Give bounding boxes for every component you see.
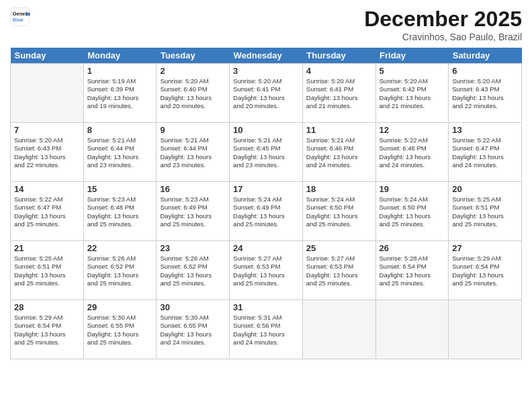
calendar-cell: 5Sunrise: 5:20 AM Sunset: 6:42 PM Daylig… xyxy=(375,64,449,123)
day-number: 7 xyxy=(14,125,80,135)
day-number: 31 xyxy=(233,302,299,312)
day-info: Sunrise: 5:31 AM Sunset: 6:56 PM Dayligh… xyxy=(233,314,299,347)
day-number: 24 xyxy=(233,243,299,253)
day-number: 18 xyxy=(306,184,372,194)
calendar-cell: 27Sunrise: 5:29 AM Sunset: 6:54 PM Dayli… xyxy=(449,241,522,300)
logo: General Blue xyxy=(10,7,30,27)
weekday-header-thursday: Thursday xyxy=(302,48,375,64)
calendar-cell: 18Sunrise: 5:24 AM Sunset: 6:50 PM Dayli… xyxy=(302,182,375,241)
calendar-cell: 31Sunrise: 5:31 AM Sunset: 6:56 PM Dayli… xyxy=(230,300,303,359)
day-info: Sunrise: 5:24 AM Sunset: 6:50 PM Dayligh… xyxy=(306,195,372,228)
calendar-cell: 15Sunrise: 5:23 AM Sunset: 6:48 PM Dayli… xyxy=(83,182,157,241)
calendar-cell xyxy=(11,64,84,123)
day-number: 22 xyxy=(87,243,153,253)
day-number: 28 xyxy=(14,302,80,312)
day-info: Sunrise: 5:29 AM Sunset: 6:54 PM Dayligh… xyxy=(14,314,80,347)
calendar-cell: 3Sunrise: 5:20 AM Sunset: 6:41 PM Daylig… xyxy=(230,64,303,123)
day-number: 5 xyxy=(380,66,445,76)
day-info: Sunrise: 5:23 AM Sunset: 6:49 PM Dayligh… xyxy=(160,195,226,228)
day-info: Sunrise: 5:29 AM Sunset: 6:54 PM Dayligh… xyxy=(452,255,518,287)
calendar-cell: 20Sunrise: 5:25 AM Sunset: 6:51 PM Dayli… xyxy=(449,182,522,241)
day-info: Sunrise: 5:20 AM Sunset: 6:42 PM Dayligh… xyxy=(380,77,445,110)
day-info: Sunrise: 5:20 AM Sunset: 6:41 PM Dayligh… xyxy=(233,77,299,110)
day-info: Sunrise: 5:20 AM Sunset: 6:41 PM Dayligh… xyxy=(306,77,372,110)
day-number: 1 xyxy=(87,66,153,76)
calendar-cell: 9Sunrise: 5:21 AM Sunset: 6:44 PM Daylig… xyxy=(157,123,230,182)
day-info: Sunrise: 5:19 AM Sunset: 6:39 PM Dayligh… xyxy=(87,77,153,110)
calendar-cell xyxy=(449,300,522,359)
day-number: 15 xyxy=(87,184,153,194)
day-number: 26 xyxy=(380,243,445,253)
calendar-cell: 10Sunrise: 5:21 AM Sunset: 6:45 PM Dayli… xyxy=(230,123,303,182)
day-number: 4 xyxy=(306,66,372,76)
day-number: 17 xyxy=(233,184,299,194)
day-info: Sunrise: 5:30 AM Sunset: 6:55 PM Dayligh… xyxy=(87,314,153,347)
day-info: Sunrise: 5:21 AM Sunset: 6:45 PM Dayligh… xyxy=(233,136,299,169)
day-number: 2 xyxy=(160,66,226,76)
day-info: Sunrise: 5:25 AM Sunset: 6:51 PM Dayligh… xyxy=(452,195,518,228)
calendar-cell: 30Sunrise: 5:30 AM Sunset: 6:55 PM Dayli… xyxy=(157,300,230,359)
day-number: 23 xyxy=(160,243,226,253)
calendar-cell: 25Sunrise: 5:27 AM Sunset: 6:53 PM Dayli… xyxy=(302,241,375,300)
day-info: Sunrise: 5:22 AM Sunset: 6:46 PM Dayligh… xyxy=(380,136,445,169)
day-number: 20 xyxy=(452,184,518,194)
calendar-cell: 17Sunrise: 5:24 AM Sunset: 6:49 PM Dayli… xyxy=(230,182,303,241)
calendar-cell: 6Sunrise: 5:20 AM Sunset: 6:43 PM Daylig… xyxy=(449,64,522,123)
calendar-cell: 8Sunrise: 5:21 AM Sunset: 6:44 PM Daylig… xyxy=(83,123,157,182)
day-number: 29 xyxy=(87,302,153,312)
calendar-cell: 29Sunrise: 5:30 AM Sunset: 6:55 PM Dayli… xyxy=(83,300,157,359)
day-info: Sunrise: 5:21 AM Sunset: 6:44 PM Dayligh… xyxy=(87,136,153,169)
calendar-cell: 12Sunrise: 5:22 AM Sunset: 6:46 PM Dayli… xyxy=(375,123,449,182)
day-number: 13 xyxy=(452,125,518,135)
calendar-cell xyxy=(375,300,449,359)
day-number: 14 xyxy=(14,184,80,194)
calendar-cell: 16Sunrise: 5:23 AM Sunset: 6:49 PM Dayli… xyxy=(157,182,230,241)
day-info: Sunrise: 5:20 AM Sunset: 6:43 PM Dayligh… xyxy=(452,77,518,110)
svg-text:Blue: Blue xyxy=(13,17,24,23)
calendar-cell: 21Sunrise: 5:25 AM Sunset: 6:51 PM Dayli… xyxy=(11,241,84,300)
day-number: 12 xyxy=(380,125,445,135)
day-info: Sunrise: 5:25 AM Sunset: 6:51 PM Dayligh… xyxy=(14,255,80,287)
day-number: 10 xyxy=(233,125,299,135)
weekday-header-friday: Friday xyxy=(375,48,449,64)
calendar-cell: 19Sunrise: 5:24 AM Sunset: 6:50 PM Dayli… xyxy=(375,182,449,241)
weekday-header-saturday: Saturday xyxy=(449,48,522,64)
weekday-header-wednesday: Wednesday xyxy=(230,48,303,64)
day-info: Sunrise: 5:26 AM Sunset: 6:52 PM Dayligh… xyxy=(160,255,226,287)
page-container: General Blue December 2025 Cravinhos, Sa… xyxy=(0,0,532,366)
day-info: Sunrise: 5:22 AM Sunset: 6:47 PM Dayligh… xyxy=(14,195,80,228)
day-info: Sunrise: 5:26 AM Sunset: 6:52 PM Dayligh… xyxy=(87,255,153,287)
weekday-header-tuesday: Tuesday xyxy=(157,48,230,64)
calendar-cell: 13Sunrise: 5:22 AM Sunset: 6:47 PM Dayli… xyxy=(449,123,522,182)
day-number: 8 xyxy=(87,125,153,135)
calendar-cell: 24Sunrise: 5:27 AM Sunset: 6:53 PM Dayli… xyxy=(230,241,303,300)
day-info: Sunrise: 5:20 AM Sunset: 6:40 PM Dayligh… xyxy=(160,77,226,110)
day-number: 9 xyxy=(160,125,226,135)
day-info: Sunrise: 5:30 AM Sunset: 6:55 PM Dayligh… xyxy=(160,314,226,347)
calendar-table: SundayMondayTuesdayWednesdayThursdayFrid… xyxy=(10,48,522,359)
calendar-cell: 14Sunrise: 5:22 AM Sunset: 6:47 PM Dayli… xyxy=(11,182,84,241)
day-info: Sunrise: 5:21 AM Sunset: 6:46 PM Dayligh… xyxy=(306,136,372,169)
day-info: Sunrise: 5:28 AM Sunset: 6:54 PM Dayligh… xyxy=(380,255,445,287)
header: General Blue December 2025 Cravinhos, Sa… xyxy=(10,7,522,42)
calendar-cell: 26Sunrise: 5:28 AM Sunset: 6:54 PM Dayli… xyxy=(375,241,449,300)
day-number: 19 xyxy=(380,184,445,194)
calendar-cell: 1Sunrise: 5:19 AM Sunset: 6:39 PM Daylig… xyxy=(83,64,157,123)
calendar-cell: 2Sunrise: 5:20 AM Sunset: 6:40 PM Daylig… xyxy=(157,64,230,123)
day-number: 30 xyxy=(160,302,226,312)
calendar-cell: 4Sunrise: 5:20 AM Sunset: 6:41 PM Daylig… xyxy=(302,64,375,123)
day-info: Sunrise: 5:27 AM Sunset: 6:53 PM Dayligh… xyxy=(306,255,372,287)
calendar-cell: 7Sunrise: 5:20 AM Sunset: 6:43 PM Daylig… xyxy=(11,123,84,182)
calendar-cell: 22Sunrise: 5:26 AM Sunset: 6:52 PM Dayli… xyxy=(83,241,157,300)
day-number: 21 xyxy=(14,243,80,253)
logo-icon: General Blue xyxy=(10,7,30,27)
calendar-cell: 23Sunrise: 5:26 AM Sunset: 6:52 PM Dayli… xyxy=(157,241,230,300)
weekday-header-monday: Monday xyxy=(83,48,157,64)
day-number: 16 xyxy=(160,184,226,194)
day-info: Sunrise: 5:20 AM Sunset: 6:43 PM Dayligh… xyxy=(14,136,80,169)
day-info: Sunrise: 5:22 AM Sunset: 6:47 PM Dayligh… xyxy=(452,136,518,169)
day-info: Sunrise: 5:24 AM Sunset: 6:49 PM Dayligh… xyxy=(233,195,299,228)
weekday-header-sunday: Sunday xyxy=(11,48,84,64)
title-area: December 2025 Cravinhos, Sao Paulo, Braz… xyxy=(364,7,522,42)
day-number: 11 xyxy=(306,125,372,135)
